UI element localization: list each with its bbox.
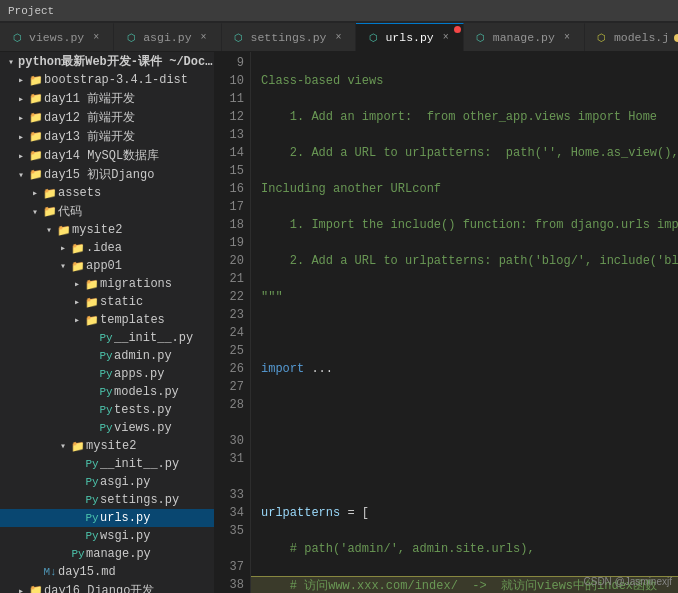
py-icon: Py <box>84 476 100 488</box>
py-icon: Py <box>84 530 100 542</box>
tab-models[interactable]: ⬡ models.j <box>585 23 678 51</box>
sidebar-item-templates[interactable]: ▸ 📁 templates <box>0 311 214 329</box>
tab-manage-close[interactable]: × <box>560 31 574 45</box>
sidebar-item-day12[interactable]: ▸ 📁 day12 前端开发 <box>0 108 214 127</box>
folder-arrow: ▾ <box>42 224 56 236</box>
folder-icon: 📁 <box>42 205 58 218</box>
py-icon: Py <box>70 548 86 560</box>
title-bar: Project <box>0 0 678 22</box>
item-label: __init__.py <box>100 457 179 471</box>
sidebar-item-urls[interactable]: ▸ Py urls.py <box>0 509 214 527</box>
sidebar-item-mysite2-inner[interactable]: ▾ 📁 mysite2 <box>0 437 214 455</box>
sidebar-item-app01[interactable]: ▾ 📁 app01 <box>0 257 214 275</box>
code-content[interactable]: Class-based views 1. Add an import: from… <box>251 52 678 593</box>
sidebar-item-models[interactable]: ▸ Py models.py <box>0 383 214 401</box>
sidebar-item-init-app01[interactable]: ▸ Py __init__.py <box>0 329 214 347</box>
py-icon: Py <box>84 494 100 506</box>
sidebar-item-apps[interactable]: ▸ Py apps.py <box>0 365 214 383</box>
folder-icon: 📁 <box>84 278 100 291</box>
sidebar-item-day14[interactable]: ▸ 📁 day14 MySQL数据库 <box>0 146 214 165</box>
sidebar-item-static[interactable]: ▸ 📁 static <box>0 293 214 311</box>
folder-arrow: ▾ <box>56 260 70 272</box>
item-label: day12 前端开发 <box>44 109 135 126</box>
sidebar-item-init-mysite2[interactable]: ▸ Py __init__.py <box>0 455 214 473</box>
sidebar-item-bootstrap1[interactable]: ▸ 📁 bootstrap-3.4.1-dist <box>0 71 214 89</box>
tab-models-icon: ⬡ <box>595 31 609 45</box>
code-line-22: # path('admin/', admin.site.urls), <box>261 540 678 558</box>
folder-arrow: ▸ <box>14 150 28 162</box>
item-label: day15 初识Django <box>44 166 154 183</box>
folder-arrow: ▸ <box>70 278 84 290</box>
folder-icon: 📁 <box>84 314 100 327</box>
tab-settings[interactable]: ⬡ settings.py × <box>222 23 357 51</box>
sidebar-item-mysite2[interactable]: ▾ 📁 mysite2 <box>0 221 214 239</box>
tab-manage-icon: ⬡ <box>474 31 488 45</box>
tab-views[interactable]: ⬡ views.py × <box>0 23 114 51</box>
item-label: __init__.py <box>114 331 193 345</box>
py-icon: Py <box>98 386 114 398</box>
item-label: day11 前端开发 <box>44 90 135 107</box>
item-label: admin.py <box>114 349 172 363</box>
sidebar-item-day11[interactable]: ▸ 📁 day11 前端开发 <box>0 89 214 108</box>
sidebar-item-settings[interactable]: ▸ Py settings.py <box>0 491 214 509</box>
folder-arrow: ▸ <box>70 296 84 308</box>
tab-urls[interactable]: ⬡ urls.py × <box>356 23 463 51</box>
folder-arrow: ▸ <box>14 74 28 86</box>
tab-asgi-close[interactable]: × <box>197 31 211 45</box>
item-label: bootstrap-3.4.1-dist <box>44 73 188 87</box>
code-line-21: urlpatterns = [ <box>261 504 678 522</box>
item-label: migrations <box>100 277 172 291</box>
folder-icon: 📁 <box>28 111 44 124</box>
sidebar-item-day15[interactable]: ▾ 📁 day15 初识Django <box>0 165 214 184</box>
tab-urls-close[interactable]: × <box>439 31 453 45</box>
tab-asgi[interactable]: ⬡ asgi.py × <box>114 23 221 51</box>
sidebar-item-admin[interactable]: ▸ Py admin.py <box>0 347 214 365</box>
item-label: app01 <box>86 259 122 273</box>
sidebar-item-asgi[interactable]: ▸ Py asgi.py <box>0 473 214 491</box>
sidebar-item-wsgi[interactable]: ▸ Py wsgi.py <box>0 527 214 545</box>
folder-arrow: ▸ <box>56 242 70 254</box>
item-label: day16 Django开发 <box>44 582 154 593</box>
item-label: day15.md <box>58 565 116 579</box>
folder-arrow: ▾ <box>56 440 70 452</box>
item-label: settings.py <box>100 493 179 507</box>
code-line-10: 1. Add an import: from other_app.views i… <box>261 108 678 126</box>
folder-arrow: ▸ <box>14 112 28 124</box>
sidebar-item-day15-md[interactable]: ▸ M↓ day15.md <box>0 563 214 581</box>
item-label: templates <box>100 313 165 327</box>
folder-arrow: ▸ <box>28 187 42 199</box>
sidebar: ▾ python最新Web开发-课件 ~/Documents ▸ 📁 boots… <box>0 52 215 593</box>
code-line-17: import ... <box>261 360 678 378</box>
tab-settings-close[interactable]: × <box>331 31 345 45</box>
tab-manage[interactable]: ⬡ manage.py × <box>464 23 585 51</box>
folder-icon: 📁 <box>56 224 72 237</box>
folder-icon: 📁 <box>28 149 44 162</box>
watermark: CSDN @Jasminexjf <box>583 576 672 587</box>
sidebar-item-views[interactable]: ▸ Py views.py <box>0 419 214 437</box>
py-icon: Py <box>98 332 114 344</box>
folder-icon: 📁 <box>28 92 44 105</box>
tab-urls-icon: ⬡ <box>366 31 380 45</box>
md-icon: M↓ <box>42 566 58 578</box>
tab-asgi-icon: ⬡ <box>124 31 138 45</box>
code-line-11: 2. Add a URL to urlpatterns: path('', Ho… <box>261 144 678 162</box>
py-icon: Py <box>98 368 114 380</box>
sidebar-item-idea[interactable]: ▸ 📁 .idea <box>0 239 214 257</box>
tab-asgi-label: asgi.py <box>143 31 191 44</box>
tab-settings-icon: ⬡ <box>232 31 246 45</box>
code-line-19 <box>261 432 678 450</box>
sidebar-item-day13[interactable]: ▸ 📁 day13 前端开发 <box>0 127 214 146</box>
sidebar-item-tests[interactable]: ▸ Py tests.py <box>0 401 214 419</box>
sidebar-item-code[interactable]: ▾ 📁 代码 <box>0 202 214 221</box>
sidebar-item-day16[interactable]: ▸ 📁 day16 Django开发 <box>0 581 214 593</box>
sidebar-item-assets[interactable]: ▸ 📁 assets <box>0 184 214 202</box>
tabs-bar: ⬡ views.py × ⬡ asgi.py × ⬡ settings.py ×… <box>0 22 678 52</box>
folder-arrow: ▸ <box>14 93 28 105</box>
folder-icon: 📁 <box>28 168 44 181</box>
sidebar-item-migrations[interactable]: ▸ 📁 migrations <box>0 275 214 293</box>
tab-views-close[interactable]: × <box>89 31 103 45</box>
sidebar-item-manage[interactable]: ▸ Py manage.py <box>0 545 214 563</box>
project-arrow: ▾ <box>4 56 18 68</box>
tab-models-modified <box>674 34 678 42</box>
sidebar-project-header[interactable]: ▾ python最新Web开发-课件 ~/Documents <box>0 52 214 71</box>
